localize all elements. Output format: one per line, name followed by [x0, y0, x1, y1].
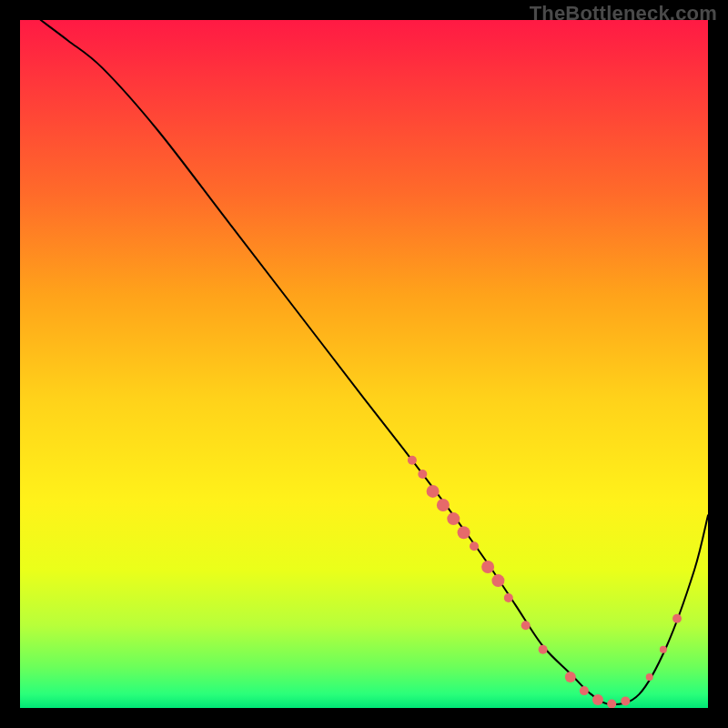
curve-marker — [427, 485, 440, 498]
curve-marker — [437, 499, 450, 511]
curve-marker — [539, 645, 548, 654]
bottleneck-curve — [41, 20, 708, 704]
curve-marker — [565, 672, 576, 682]
curve-marker — [672, 614, 682, 623]
chart-frame — [20, 20, 708, 708]
curve-marker — [470, 541, 479, 551]
watermark-text: TheBottleneck.com — [530, 2, 717, 25]
curve-markers — [408, 456, 682, 708]
curve-marker — [504, 593, 513, 602]
curve-marker — [607, 700, 616, 709]
curve-marker — [592, 694, 603, 705]
curve-marker — [521, 621, 531, 630]
curve-marker — [458, 526, 470, 539]
curve-marker — [408, 456, 417, 465]
curve-marker — [447, 512, 460, 525]
curve-marker — [660, 646, 667, 653]
chart-svg — [20, 20, 708, 708]
curve-marker — [580, 686, 589, 695]
curve-marker — [481, 561, 494, 573]
curve-marker — [646, 673, 653, 681]
curve-marker — [418, 470, 427, 479]
curve-marker — [621, 696, 630, 705]
curve-marker — [491, 574, 504, 587]
